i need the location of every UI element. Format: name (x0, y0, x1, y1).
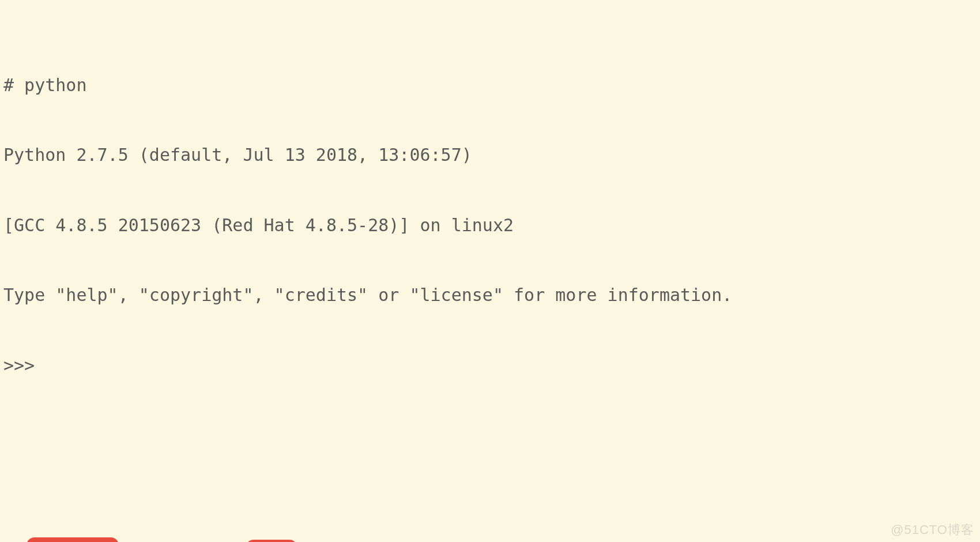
python-repl-prompt: >>> (3, 354, 977, 378)
python-version-1: Python 2.7.5 (default, Jul 13 2018, 13:0… (3, 144, 977, 167)
python-cmd-1: # python (3, 74, 977, 97)
watermark-text: @51CTO博客 (891, 521, 974, 539)
python-help-1: Type "help", "copyright", "credits" or "… (3, 284, 977, 307)
python-gcc-1: [GCC 4.8.5 20150623 (Red Hat 4.8.5-28)] … (3, 214, 977, 238)
redaction-stroke (246, 540, 297, 543)
terminal-output: # python Python 2.7.5 (default, Jul 13 2… (0, 0, 980, 542)
blank-line (3, 424, 977, 447)
redaction-stroke (27, 537, 119, 543)
